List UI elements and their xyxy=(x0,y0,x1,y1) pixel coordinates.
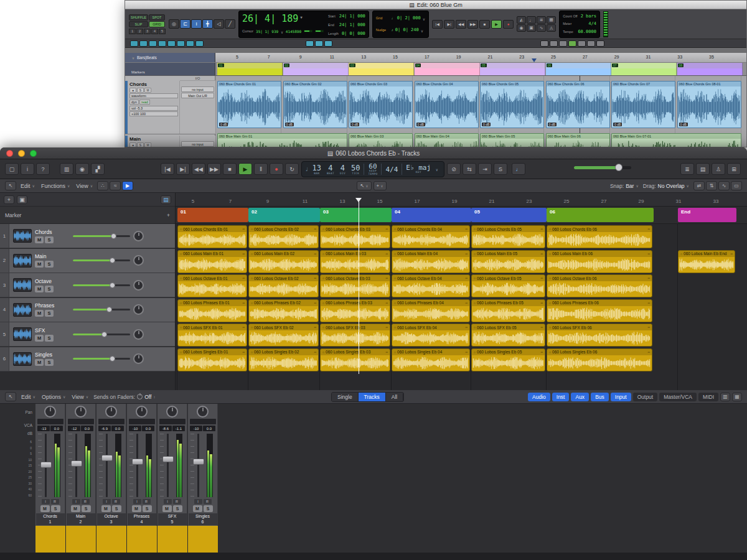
filter-output[interactable]: Output xyxy=(633,393,658,401)
zoom-preset-5-button[interactable]: 5 xyxy=(159,29,166,34)
toolbar-chip[interactable] xyxy=(130,40,138,47)
audio-region[interactable]: 060 Blue Chords Gm 08-010 dB xyxy=(677,81,741,128)
input-monitor-button[interactable]: I xyxy=(133,499,141,504)
audio-region[interactable]: ○060 Lobos SFX Eb 04▫▫ xyxy=(392,324,470,347)
volume-slider[interactable] xyxy=(73,309,130,310)
session-meter[interactable]: Meter4/4 xyxy=(563,20,596,27)
view-segment-single[interactable]: Single xyxy=(332,393,359,401)
mute-button[interactable]: M xyxy=(71,505,80,512)
record-enable-button[interactable]: R xyxy=(204,499,212,504)
marker-ruler[interactable]: 0102030405060708 xyxy=(125,63,746,68)
volume-slider[interactable] xyxy=(73,284,130,286)
pan-knob[interactable] xyxy=(133,280,144,291)
volume-slider-knob[interactable] xyxy=(111,233,116,239)
input-monitor-button[interactable]: I xyxy=(194,499,202,504)
pan-knob[interactable] xyxy=(133,304,144,315)
toolbar-toggle-icon[interactable]: ▢ xyxy=(5,163,19,175)
toolbar-chip[interactable] xyxy=(578,40,586,47)
flex-icon[interactable]: ≈ xyxy=(110,181,121,190)
zoom-preset-3-button[interactable]: 3 xyxy=(144,29,151,34)
solo-button[interactable]: S xyxy=(173,505,182,512)
media-browser-icon[interactable]: ⊞ xyxy=(727,163,741,175)
solo-button[interactable]: S xyxy=(204,505,213,512)
gain-readout[interactable]: -1.1 xyxy=(172,426,185,431)
volume-slider-knob[interactable] xyxy=(110,258,115,263)
fader-cap[interactable] xyxy=(162,456,174,462)
selector-tool-button[interactable]: I xyxy=(191,19,202,29)
markers-lane[interactable]: Markers xyxy=(125,68,746,76)
mute-button[interactable]: M xyxy=(35,310,44,317)
audio-region[interactable]: 060 Blue Main Gm 060 dB xyxy=(546,133,610,147)
audio-region[interactable]: 060 Blue Chords Gm 030 dB xyxy=(349,81,413,128)
audio-region[interactable]: 060 Blue Main Gm 07-010 dB xyxy=(611,133,741,147)
input-monitor-button[interactable]: I xyxy=(164,499,172,504)
duplicate-track-button[interactable]: ▣ xyxy=(17,195,27,204)
audio-region[interactable]: 060 Blue Chords Gm 060 dB xyxy=(546,81,610,128)
volume-readout[interactable]: vol -5.3 xyxy=(129,106,178,111)
toolbar-chip[interactable] xyxy=(167,40,176,47)
main-counter[interactable]: 26| 4| 189 ▼ xyxy=(242,14,324,24)
pan-knob[interactable] xyxy=(133,231,144,241)
mute-button[interactable]: M xyxy=(35,359,44,366)
record-enable-button[interactable]: ● xyxy=(129,142,136,147)
gain-readout[interactable]: 0.0 xyxy=(50,426,63,431)
list-editors-icon[interactable]: ≣ xyxy=(680,163,694,175)
volume-db-readout[interactable]: -10 xyxy=(190,426,202,431)
volume-slider-knob[interactable] xyxy=(101,332,107,337)
gain-readout[interactable]: 0.0 xyxy=(111,426,124,431)
grid-row[interactable]: Grid ♩ 0| 2| 000 ∨ xyxy=(376,16,425,21)
marker-span-04[interactable]: 04 xyxy=(415,63,480,68)
marker-span-05[interactable]: 05 xyxy=(480,63,545,68)
sends-on-faders-control[interactable]: Sends on Faders: Off ↕ xyxy=(93,394,155,400)
solo-button[interactable]: S xyxy=(82,505,91,512)
audio-region[interactable]: ○060 Lobos Chords Eb 01▫▫ xyxy=(177,225,247,248)
marker-span-08[interactable] xyxy=(677,68,743,75)
pencil-tool-button[interactable]: ╱ xyxy=(225,19,235,29)
track-header-main[interactable]: 2MainMS xyxy=(0,249,175,273)
audio-region[interactable]: ○060 Lobos Main Eb 01▫▫ xyxy=(177,250,247,273)
pan-knob[interactable] xyxy=(166,406,178,418)
audio-region[interactable]: ○060 Lobos Main Eb 05▫▫ xyxy=(471,250,545,273)
audio-region[interactable]: 060 Blue Chords Gm 070 dB xyxy=(611,81,675,128)
audio-region[interactable]: ○060 Lobos SFX Eb 05▫▫ xyxy=(471,324,545,347)
audio-region[interactable]: ○060 Lobos Phrases Eb 03▫▫ xyxy=(320,299,390,322)
solo-button[interactable]: S xyxy=(45,359,54,366)
record-button[interactable]: ● xyxy=(270,163,283,175)
view-segment-all[interactable]: All xyxy=(386,393,403,401)
audio-region[interactable]: ○060 Lobos Octave Eb 02▫▫ xyxy=(248,274,319,297)
toolbar-chip[interactable] xyxy=(306,40,314,47)
audio-region[interactable]: ○060 Lobos SFX Eb 01▫▫ xyxy=(177,324,247,347)
filter-inst[interactable]: Inst xyxy=(552,393,570,401)
pan-knob[interactable] xyxy=(75,406,87,418)
record-enable-button[interactable]: R xyxy=(51,499,59,504)
marker-span-01[interactable]: 01 xyxy=(217,63,283,68)
fader-cap[interactable] xyxy=(132,459,143,465)
solo-button[interactable]: S xyxy=(45,310,54,317)
mode-slip-button[interactable]: SLIP xyxy=(129,21,148,27)
forward-button[interactable]: ▶▶ xyxy=(207,163,221,175)
marker-span-04[interactable] xyxy=(415,68,480,75)
playhead[interactable] xyxy=(359,198,359,374)
chevron-down-icon[interactable]: ∨ xyxy=(436,167,438,172)
marker-section-04[interactable]: 04 xyxy=(392,208,471,222)
volume-db-readout[interactable]: -6.9 xyxy=(98,426,111,431)
audio-region[interactable]: 060 Blue Main Gm 050 dB xyxy=(480,133,544,147)
marker-span-02[interactable] xyxy=(283,68,349,75)
mute-button[interactable]: M xyxy=(35,261,44,268)
toolbar-icon-7[interactable]: ∿ xyxy=(537,24,546,32)
volume-slider-knob[interactable] xyxy=(110,356,115,362)
nudge-row[interactable]: Nudge ♪ 0| 0| 240 ∨ xyxy=(376,27,425,33)
toolbar-icon-4[interactable]: ▦ xyxy=(547,16,556,24)
session-tempo[interactable]: Tempo60.0000 xyxy=(563,28,596,35)
audio-region[interactable]: 060 Blue Main Gm 040 dB xyxy=(415,133,479,147)
fader-cap[interactable] xyxy=(40,462,52,468)
solo-button[interactable]: S xyxy=(45,286,54,292)
menu-options[interactable]: Options∨ xyxy=(42,394,65,400)
marker-span-02[interactable]: 02 xyxy=(283,63,349,68)
audio-region[interactable]: ○060 Lobos Singles Eb 04▫▫ xyxy=(392,348,470,371)
notepads-icon[interactable]: ▤ xyxy=(696,163,710,175)
menu-edit[interactable]: Edit∨ xyxy=(21,394,35,400)
power-icon[interactable] xyxy=(137,394,143,399)
mute-button[interactable]: M xyxy=(101,505,111,512)
mode-shuffle-button[interactable]: SHUFFLE xyxy=(129,14,148,21)
